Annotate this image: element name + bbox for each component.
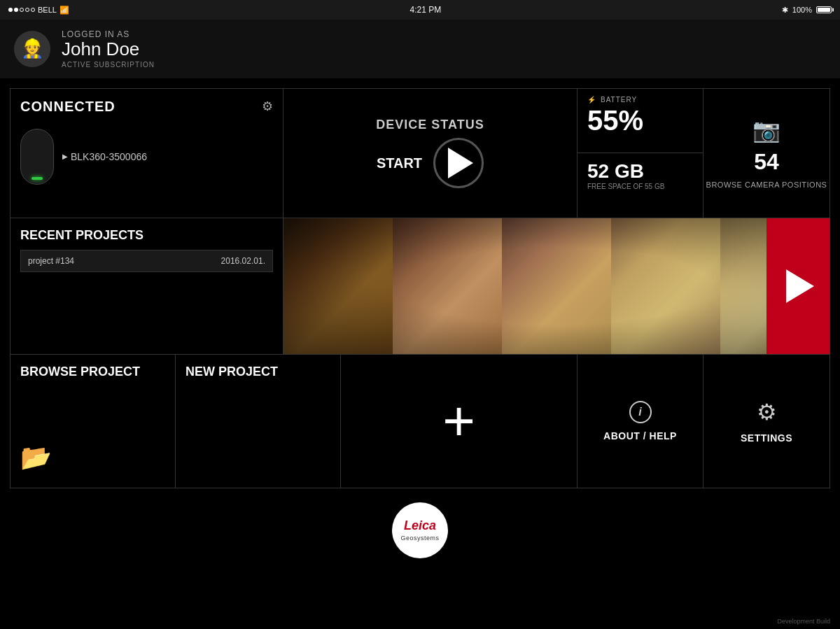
main-grid: CONNECTED ⚙ ▶ BLK360-3500066 DEVICE STAT…: [10, 88, 830, 488]
browse-project-title: BROWSE PROJECT: [20, 365, 165, 380]
battery-top: ⚡ BATTERY 55%: [578, 89, 703, 154]
start-label: START: [377, 155, 422, 171]
play-triangle-icon: [448, 148, 473, 178]
user-name: John Doe: [62, 39, 155, 59]
device-id: ▶ BLK360-3500066: [62, 151, 147, 162]
browse-project-panel[interactable]: BROWSE PROJECT 📂: [10, 355, 176, 488]
battery-percent-value: 55%: [587, 106, 693, 134]
status-bar: BELL 📶 4:21 PM ✱ 100%: [0, 0, 840, 20]
logged-in-label: LOGGED IN AS: [62, 29, 155, 39]
wifi-icon: 📶: [59, 6, 69, 15]
carrier-name: BELL: [38, 6, 57, 14]
battery-label-row: ⚡ BATTERY: [587, 96, 693, 104]
storage-sub-label: FREE SPACE OF 55 GB: [587, 183, 693, 190]
project-item[interactable]: project #134 2016.02.01.: [20, 250, 273, 272]
project-name: project #134: [28, 256, 74, 266]
folder-icon: 📂: [20, 443, 165, 478]
dot3: [20, 8, 24, 12]
settings-icon[interactable]: ⚙: [262, 99, 273, 114]
new-project-panel[interactable]: NEW PROJECT: [176, 355, 341, 488]
row3: BROWSE PROJECT 📂 NEW PROJECT + i ABOUT /…: [10, 355, 830, 488]
row1: CONNECTED ⚙ ▶ BLK360-3500066 DEVICE STAT…: [10, 89, 830, 218]
dot1: [8, 8, 13, 12]
panorama-play-button[interactable]: [766, 218, 830, 354]
signal-dots: [8, 8, 35, 12]
device-status-panel: DEVICE STATUS START: [284, 89, 578, 218]
recent-projects-title: RECENT PROJECTS: [20, 228, 273, 243]
device-status-title: DEVICE STATUS: [376, 118, 484, 132]
device-capsule: [20, 129, 54, 185]
battery-percent-label: 100%: [792, 6, 812, 14]
start-row: START: [377, 138, 484, 188]
panorama-preview: [284, 218, 830, 354]
info-icon: i: [629, 401, 652, 423]
status-right: ✱ 100%: [782, 6, 832, 15]
device-id-text: BLK360-3500066: [71, 151, 147, 162]
bluetooth-icon: ✱: [782, 6, 788, 15]
header: 👷 LOGGED IN AS John Doe ACTIVE SUBSCRIPT…: [0, 20, 840, 78]
storage-gb: 52 GB: [587, 160, 693, 183]
geosystems-text: Geosystems: [400, 535, 439, 542]
panorama-play-icon: [786, 269, 814, 303]
battery-bolt-icon: ⚡: [587, 96, 596, 104]
subscription-label: ACTIVE SUBSCRIPTION: [62, 61, 155, 69]
camera-label: BROWSE CAMERA POSITIONS: [706, 181, 827, 189]
dev-build-label: Development Build: [777, 618, 830, 625]
footer: Leica Geosystems: [0, 488, 840, 564]
connected-panel: CONNECTED ⚙ ▶ BLK360-3500066: [10, 89, 284, 218]
leica-logo: Leica Geosystems: [392, 502, 448, 558]
settings-panel[interactable]: ⚙ SETTINGS: [704, 355, 830, 488]
recent-projects-panel: RECENT PROJECTS project #134 2016.02.01.: [10, 218, 284, 354]
settings-gear-icon: ⚙: [757, 399, 777, 425]
header-text: LOGGED IN AS John Doe ACTIVE SUBSCRIPTIO…: [62, 29, 155, 69]
plus-panel[interactable]: +: [341, 355, 578, 488]
battery-fill: [818, 8, 830, 12]
row2: RECENT PROJECTS project #134 2016.02.01.: [10, 218, 830, 355]
start-play-button[interactable]: [433, 138, 484, 188]
camera-panel[interactable]: 📷 54 BROWSE CAMERA POSITIONS: [704, 89, 830, 218]
camera-count: 54: [754, 149, 779, 175]
about-help-label: ABOUT / HELP: [603, 430, 677, 441]
about-help-panel[interactable]: i ABOUT / HELP: [578, 355, 704, 488]
storage-bottom: 52 GB FREE SPACE OF 55 GB: [578, 153, 703, 218]
device-row: ▶ BLK360-3500066: [20, 129, 273, 185]
dot4: [25, 8, 29, 12]
battery-indicator: [816, 6, 832, 13]
leica-text: Leica: [404, 518, 436, 533]
battery-label: BATTERY: [601, 96, 637, 104]
settings-label: SETTINGS: [741, 432, 792, 444]
camera-icon: 📷: [752, 117, 780, 143]
project-date: 2016.02.01.: [221, 256, 265, 266]
battery-tip: [832, 8, 834, 12]
status-left: BELL 📶: [8, 6, 69, 15]
plus-icon: +: [442, 393, 475, 449]
new-project-title: NEW PROJECT: [186, 365, 330, 380]
dot5: [31, 8, 35, 12]
play-small-icon: ▶: [62, 153, 68, 160]
time-display: 4:21 PM: [410, 5, 442, 15]
avatar: 👷: [14, 31, 50, 67]
dot2: [14, 8, 18, 12]
connected-title: CONNECTED: [20, 99, 273, 115]
panorama-overlay: [284, 218, 830, 354]
battery-panel: ⚡ BATTERY 55% 52 GB FREE SPACE OF 55 GB: [578, 89, 704, 218]
